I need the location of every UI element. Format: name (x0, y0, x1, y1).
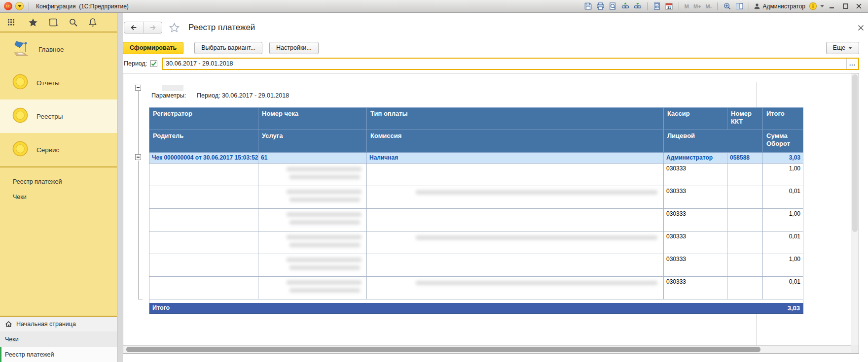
column-header: Услуга (258, 130, 367, 153)
period-value: 30.06.2017 - 29.01.2018 (166, 60, 846, 67)
cell-amount: 1,00 (763, 254, 803, 277)
cell-parent (149, 254, 258, 277)
search-icon[interactable] (69, 18, 78, 27)
table-row[interactable]: 030333 0,01 (149, 277, 803, 299)
sidebar-link-cheki[interactable]: Чеки (13, 189, 117, 204)
period-input[interactable]: 30.06.2017 - 29.01.2018 ... (162, 58, 859, 70)
current-user-button[interactable]: Администратор (754, 3, 805, 10)
sidebar-item-servis[interactable]: Сервис (0, 133, 117, 166)
period-checkbox[interactable] (150, 60, 157, 67)
cell-account: 030333 (664, 277, 727, 299)
print-preview-icon[interactable] (608, 1, 618, 11)
blurred-text (287, 258, 362, 262)
tree-line (138, 91, 139, 154)
tree-line (138, 299, 143, 299)
cell-total: 3,03 (763, 153, 803, 164)
go-to-link-icon[interactable] (633, 1, 643, 11)
cell-parent (149, 186, 258, 209)
table-row[interactable]: 030333 1,00 (149, 209, 803, 231)
divider (647, 2, 648, 10)
horizontal-scrollbar-thumb[interactable] (126, 347, 760, 352)
cell-account: 030333 (664, 164, 727, 186)
total-value: 3,03 (763, 303, 803, 314)
history-icon[interactable] (48, 18, 58, 27)
sidebar-item-glavnoe[interactable]: Главное (0, 33, 117, 66)
total-row[interactable]: Итого 3,03 (149, 303, 803, 314)
column-header: Номер чека (258, 108, 367, 130)
close-window-button[interactable] (853, 2, 864, 11)
blurred-text (287, 280, 362, 285)
open-tab-reestr-platezhey[interactable]: Реестр платежей (0, 347, 117, 362)
horizontal-scrollbar[interactable] (123, 345, 851, 353)
system-menu-button[interactable] (15, 2, 24, 10)
get-link-icon[interactable] (620, 1, 630, 11)
sidebar: Главное Отчеты Реестры Сервис Реестр пла… (0, 13, 117, 362)
cell-commission (367, 186, 664, 209)
close-form-button[interactable] (857, 24, 865, 32)
sidebar-item-label: Реестры (36, 113, 63, 120)
memory-m-plus-button[interactable]: M+ (692, 3, 702, 9)
column-header: Регистратор (149, 108, 258, 130)
open-tab-home[interactable]: Начальная страница (0, 317, 117, 331)
group-row[interactable]: Чек 000000004 от 30.06.2017 15:03:52 61 … (149, 153, 803, 164)
favorites-star-icon[interactable] (28, 18, 38, 27)
period-label: Период: (124, 60, 147, 67)
sidebar-item-reestry[interactable]: Реестры (0, 99, 117, 133)
info-icon[interactable] (808, 1, 818, 11)
sidebar-icon-strip (0, 13, 117, 32)
cell-amount: 1,00 (763, 209, 803, 231)
table-row[interactable]: 030333 0,01 (149, 231, 803, 254)
sidebar-item-label: Сервис (36, 146, 59, 154)
table-row[interactable]: 030333 1,00 (149, 254, 803, 277)
split-view-icon[interactable] (734, 1, 744, 11)
parameters-value: Период: 30.06.2017 - 29.01.2018 (197, 92, 289, 99)
open-tab-cheki[interactable]: Чеки (0, 331, 117, 347)
cell-amount: 0,01 (763, 277, 803, 299)
chevron-down-icon (18, 5, 22, 9)
collapse-group-button[interactable] (135, 154, 141, 160)
memory-m-minus-button[interactable]: M- (705, 3, 713, 9)
generate-button[interactable]: Сформировать (123, 42, 183, 54)
period-ellipsis-button[interactable]: ... (846, 59, 858, 69)
cell-kkt-number (727, 254, 763, 277)
maximize-button[interactable] (840, 2, 851, 11)
minimize-button[interactable] (827, 2, 837, 11)
back-button[interactable] (124, 22, 143, 33)
report-spreadsheet: Параметры: Период: 30.06.2017 - 29.01.20… (123, 73, 859, 354)
apps-grid-icon[interactable] (7, 18, 18, 27)
check-icon (151, 61, 157, 66)
cell-kkt-number (727, 231, 763, 254)
choose-variant-button[interactable]: Выбрать вариант... (194, 42, 262, 54)
cell-parent (149, 231, 258, 254)
sidebar-splitter[interactable] (117, 13, 123, 362)
more-button[interactable]: Еще (826, 42, 859, 54)
vertical-scrollbar[interactable] (851, 73, 859, 345)
info-caret-icon[interactable] (820, 5, 824, 9)
zoom-icon[interactable] (722, 1, 732, 11)
settings-button[interactable]: Настройки... (269, 42, 319, 54)
favorite-star-icon[interactable] (169, 23, 180, 33)
sidebar-link-reestr-platezhey[interactable]: Реестр платежей (13, 174, 117, 189)
blurred-text (416, 235, 657, 240)
cell-parent (149, 277, 258, 299)
cell-check-number: 61 (258, 153, 367, 164)
table-row[interactable]: 030333 1,00 (149, 164, 803, 186)
collapse-report-button[interactable] (135, 85, 141, 91)
section-circle-icon (12, 107, 29, 126)
blurred-text (287, 190, 362, 194)
save-icon[interactable] (583, 1, 593, 11)
table-row[interactable]: 030333 0,01 (149, 186, 803, 209)
print-icon[interactable] (596, 1, 606, 11)
user-label: Администратор (762, 3, 805, 10)
forward-button[interactable] (143, 22, 162, 33)
calculator-icon[interactable] (652, 1, 662, 11)
notifications-bell-icon[interactable] (88, 18, 97, 27)
vertical-scrollbar-thumb[interactable] (852, 74, 858, 232)
column-header: Комиссия (367, 130, 664, 153)
app-logo-icon: 1С (4, 2, 12, 10)
section-circle-icon (12, 140, 29, 159)
sidebar-item-otchety[interactable]: Отчеты (0, 66, 117, 99)
cell-account: 030333 (664, 231, 727, 254)
calendar-icon[interactable]: 31 (664, 1, 674, 11)
memory-m-button[interactable]: M (684, 3, 690, 9)
